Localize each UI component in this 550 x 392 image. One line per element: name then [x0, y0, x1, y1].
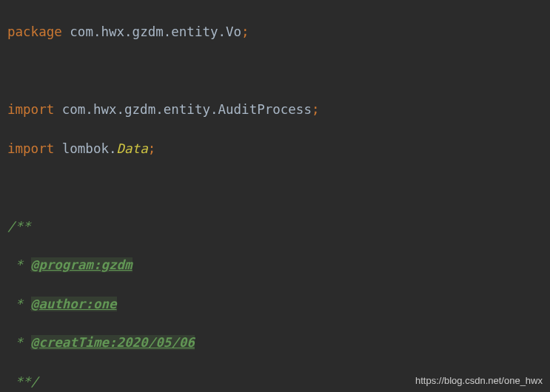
code-line-blank: [7, 178, 550, 197]
javadoc-tag-creattime: @creatTime:2020/05/06: [31, 335, 195, 350]
watermark: https://blog.csdn.net/one_hwx: [415, 374, 543, 388]
javadoc-tag-author: @author:one: [31, 297, 117, 311]
javadoc-star: *: [7, 335, 31, 350]
code-line: /**: [7, 217, 550, 236]
code-line: * @creatTime:2020/05/06: [7, 333, 550, 352]
javadoc-open: /**: [7, 219, 31, 234]
space: [54, 102, 62, 117]
space: [54, 141, 62, 156]
code-editor: package com.hwx.gzdm.entity.Vo; import c…: [0, 0, 550, 392]
semicolon: ;: [148, 141, 156, 156]
keyword-import: import: [7, 141, 54, 156]
javadoc-star: *: [7, 257, 31, 272]
semicolon: ;: [241, 24, 249, 39]
code-line: * @author:one: [7, 294, 550, 314]
package-path: com.hwx.gzdm.entity.Vo: [70, 24, 241, 39]
javadoc-star: *: [7, 297, 31, 311]
import-path: com.hwx.gzdm.entity.AuditProcess: [62, 102, 312, 117]
javadoc-close: **/: [7, 374, 38, 389]
semicolon: ;: [312, 102, 320, 117]
keyword-import: import: [7, 102, 54, 117]
code-line: import com.hwx.gzdm.entity.AuditProcess;: [7, 100, 550, 119]
import-class: Data: [117, 141, 148, 156]
space: [62, 24, 70, 39]
code-line: import lombok.Data;: [7, 139, 550, 158]
javadoc-tag-program: @program:gzdm: [31, 257, 133, 272]
keyword-package: package: [7, 24, 62, 39]
code-line: package com.hwx.gzdm.entity.Vo;: [7, 22, 550, 41]
import-path: lombok.: [62, 141, 117, 156]
code-line-blank: [7, 61, 550, 81]
code-line: * @program:gzdm: [7, 255, 550, 274]
